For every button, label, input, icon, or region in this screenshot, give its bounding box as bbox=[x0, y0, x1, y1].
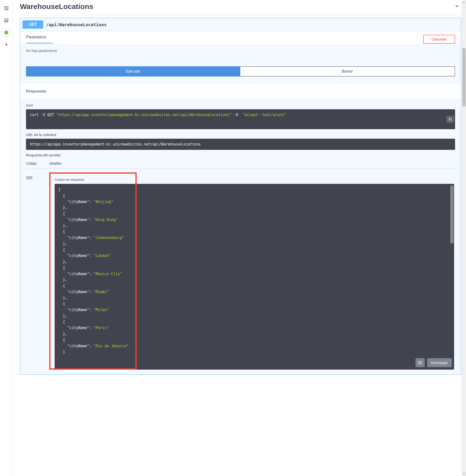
curl-command: curl -X GET "https://apiapp-inventoryman… bbox=[26, 109, 455, 129]
svg-rect-7 bbox=[450, 119, 451, 120]
sidebar-item-2[interactable] bbox=[2, 16, 10, 24]
status-code: 200 bbox=[26, 172, 49, 370]
response-row: 200 Cuerpo de respuesta [ { "cityName": … bbox=[26, 172, 455, 370]
scroll-up-icon[interactable]: ▴ bbox=[463, 0, 465, 4]
tag-title: WarehouseLocations bbox=[20, 2, 93, 11]
window-scrollbar[interactable]: ▴ ▾ bbox=[462, 0, 466, 476]
svg-point-3 bbox=[6, 21, 7, 21]
parameters-header: Parámetros Cancelar bbox=[20, 31, 461, 44]
operation-summary[interactable]: GET /api/WarehouseLocations bbox=[20, 18, 461, 31]
response-body-label: Cuerpo de respuesta bbox=[55, 178, 455, 181]
scroll-thumb[interactable] bbox=[462, 48, 466, 106]
sidebar-item-swagger[interactable]: { } bbox=[2, 29, 10, 36]
curl-label: Curl bbox=[26, 103, 455, 107]
sidebar-add[interactable] bbox=[2, 41, 10, 48]
operation-block: GET /api/WarehouseLocations Parámetros C… bbox=[20, 18, 461, 375]
svg-rect-8 bbox=[419, 362, 422, 364]
col-header-details: Detalles bbox=[49, 162, 455, 165]
main-content: ▴ ▾ WarehouseLocations GET /api/Warehous… bbox=[13, 0, 466, 476]
download-button[interactable]: Descargar bbox=[427, 358, 452, 367]
sidebar-item-1[interactable] bbox=[2, 4, 10, 12]
parameters-tab[interactable]: Parámetros bbox=[26, 35, 53, 44]
col-header-code: Código bbox=[26, 162, 49, 165]
svg-point-4 bbox=[7, 21, 7, 21]
svg-text:{ }: { } bbox=[5, 31, 8, 34]
request-url-label: URL de la solicitud bbox=[26, 133, 455, 137]
clear-button[interactable]: Borrar bbox=[240, 66, 455, 76]
response-table-header: Código Detalles bbox=[26, 162, 455, 168]
responses-section-header: Respuestas bbox=[20, 84, 461, 98]
operation-tag-header[interactable]: WarehouseLocations bbox=[20, 0, 461, 15]
response-body-code: [ { "cityName": "Beijing" }, { "cityName… bbox=[55, 184, 454, 370]
http-method-badge: GET bbox=[23, 20, 43, 29]
request-url-value: https://apiapp-inventorymanagement-kc.az… bbox=[26, 139, 455, 150]
copy-response-button[interactable] bbox=[416, 358, 425, 367]
chevron-down-icon[interactable] bbox=[453, 3, 461, 10]
svg-point-2 bbox=[5, 21, 6, 21]
server-response-label: Respuesta del servidor bbox=[26, 153, 455, 157]
scroll-down-icon[interactable]: ▾ bbox=[463, 472, 465, 476]
execute-button[interactable]: Ejecutar bbox=[26, 66, 240, 76]
no-parameters-text: No hay parámetros bbox=[26, 48, 455, 53]
copy-curl-button[interactable] bbox=[447, 116, 454, 123]
cancel-button[interactable]: Cancelar bbox=[423, 35, 455, 44]
operation-path: /api/WarehouseLocations bbox=[46, 22, 106, 27]
left-sidebar: { } bbox=[0, 0, 13, 476]
response-scrollbar[interactable] bbox=[450, 185, 454, 244]
